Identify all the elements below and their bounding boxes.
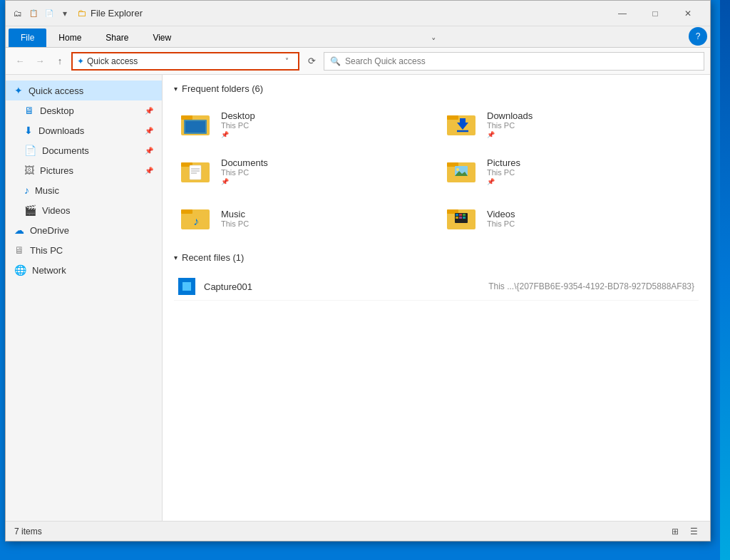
address-dropdown-icon[interactable]: ˅: [279, 52, 294, 71]
folder-videos-thumb: [446, 204, 480, 232]
address-input-wrap[interactable]: ✦ ˅: [71, 52, 299, 71]
sidebar-item-label-videos: Videos: [42, 205, 71, 216]
svg-rect-5: [447, 115, 458, 120]
svg-rect-10: [190, 165, 201, 180]
folder-videos-info: Videos This PC: [487, 209, 693, 228]
search-box[interactable]: 🔍: [324, 52, 704, 71]
up-button[interactable]: ↑: [51, 53, 68, 70]
svg-rect-20: [181, 209, 192, 214]
svg-point-17: [456, 168, 459, 171]
recent-files-header[interactable]: ▾ Recent files (1): [174, 252, 699, 263]
sidebar-item-label-documents: Documents: [42, 145, 89, 156]
sidebar-item-onedrive[interactable]: ☁ OneDrive: [6, 220, 162, 240]
sidebar-item-label-onedrive: OneDrive: [30, 225, 69, 236]
recent-file-item[interactable]: Capture001 This ...\{207FBB6E-9354-4192-…: [174, 273, 699, 301]
item-count: 7 items: [14, 527, 42, 536]
address-bar: ← → ↑ ✦ ˅ ⟳ 🔍: [6, 48, 710, 75]
folder-pictures-pin: 📌: [487, 178, 693, 185]
right-edge-decoration: [720, 0, 730, 560]
pictures-pin-icon: 📌: [145, 167, 153, 175]
folder-documents-pin: 📌: [221, 178, 427, 185]
sidebar-item-label-quick-access: Quick access: [29, 85, 83, 96]
svg-rect-30: [463, 217, 466, 219]
window-title: 🗀 File Explorer: [77, 8, 606, 19]
folder-desktop-thumb: [180, 110, 214, 138]
sidebar-item-network[interactable]: 🌐 Network: [6, 260, 162, 280]
window-title-folder-icon: 🗀: [77, 8, 86, 19]
sidebar-item-documents[interactable]: 📄 Documents 📌: [6, 140, 162, 160]
folder-icon: 🗂: [11, 7, 24, 20]
search-icon: 🔍: [330, 56, 341, 66]
svg-rect-26: [459, 214, 462, 216]
frequent-folders-header[interactable]: ▾ Frequent folders (6): [174, 83, 699, 94]
folder-pictures[interactable]: Pictures This PC 📌: [440, 151, 699, 191]
folder-pictures-sub: This PC: [487, 168, 693, 177]
svg-rect-32: [182, 282, 191, 291]
recent-file-icon: [178, 278, 195, 295]
folder-documents-info: Documents This PC 📌: [221, 157, 427, 185]
tab-share[interactable]: Share: [93, 28, 140, 47]
close-button[interactable]: ✕: [672, 1, 704, 26]
new-folder-icon: 📋: [27, 7, 40, 20]
ribbon-tabs: File Home Share View ˅ ?: [6, 26, 710, 48]
folder-videos-name: Videos: [487, 209, 693, 219]
sidebar-item-downloads[interactable]: ⬇ Downloads 📌: [6, 120, 162, 140]
list-view-icon[interactable]: ☰: [686, 524, 701, 539]
folder-downloads-info: Downloads This PC 📌: [487, 110, 693, 138]
folder-desktop-pin: 📌: [221, 131, 427, 138]
folders-grid: Desktop This PC 📌: [174, 104, 699, 238]
svg-text:♪: ♪: [193, 215, 199, 227]
maximize-button[interactable]: □: [639, 1, 672, 26]
ribbon-chevron[interactable]: ˅: [431, 36, 441, 47]
customize-icon: ▾: [58, 7, 71, 20]
pictures-icon: 🖼: [24, 165, 34, 176]
downloads-icon: ⬇: [24, 125, 33, 136]
folder-music-name: Music: [221, 209, 427, 219]
search-input[interactable]: [345, 56, 698, 66]
folder-pictures-name: Pictures: [487, 157, 693, 168]
sidebar-item-music[interactable]: ♪ Music: [6, 180, 162, 200]
folder-documents-sub: This PC: [221, 168, 427, 177]
sidebar-item-label-music: Music: [35, 185, 59, 196]
music-icon: ♪: [24, 185, 29, 196]
sidebar-item-pictures[interactable]: 🖼 Pictures 📌: [6, 160, 162, 180]
folder-desktop-name: Desktop: [221, 110, 427, 121]
folder-pictures-info: Pictures This PC 📌: [487, 157, 693, 185]
sidebar-item-label-pictures: Pictures: [40, 165, 73, 176]
address-input[interactable]: [87, 56, 277, 66]
forward-button[interactable]: →: [31, 53, 48, 70]
folder-downloads[interactable]: Downloads This PC 📌: [440, 104, 699, 144]
help-button[interactable]: ?: [689, 27, 707, 46]
folder-videos[interactable]: Videos This PC: [440, 198, 699, 238]
folder-documents[interactable]: Documents This PC 📌: [174, 151, 433, 191]
folder-downloads-name: Downloads: [487, 110, 693, 121]
desktop-icon: 🖥: [24, 105, 34, 116]
sidebar-item-videos[interactable]: 🎬 Videos: [6, 200, 162, 220]
sidebar-item-quick-access[interactable]: ✦ Quick access: [6, 81, 162, 100]
refresh-button[interactable]: ⟳: [302, 52, 321, 71]
tab-file[interactable]: File: [9, 28, 46, 47]
content-area: ▾ Frequent folders (6): [163, 75, 710, 521]
address-star-icon: ✦: [77, 56, 84, 66]
folder-desktop[interactable]: Desktop This PC 📌: [174, 104, 433, 144]
sidebar-item-label-desktop: Desktop: [40, 105, 74, 116]
grid-view-icon[interactable]: ⊞: [667, 524, 683, 539]
folder-music[interactable]: ♪ Music This PC: [174, 198, 433, 238]
recent-file-path: This ...\{207FBB6E-9354-4192-BD78-927D58…: [488, 281, 694, 291]
folder-music-info: Music This PC: [221, 209, 427, 228]
view-toggle-icons: ⊞ ☰: [667, 524, 701, 539]
recent-files-title: Recent files (1): [182, 252, 244, 263]
copy-icon: 📄: [43, 7, 56, 20]
sidebar-item-desktop[interactable]: 🖥 Desktop 📌: [6, 100, 162, 120]
folder-downloads-pin: 📌: [487, 131, 693, 138]
tab-view[interactable]: View: [140, 28, 183, 47]
svg-rect-25: [456, 214, 458, 216]
sidebar-item-this-pc[interactable]: 🖥 This PC: [6, 240, 162, 260]
minimize-button[interactable]: —: [606, 1, 639, 26]
back-button[interactable]: ←: [11, 53, 29, 70]
title-bar-quick-access-icons: 🗂 📋 📄 ▾: [11, 7, 71, 20]
svg-rect-1: [181, 115, 192, 120]
tab-home[interactable]: Home: [46, 28, 93, 47]
folder-downloads-thumb: [446, 110, 480, 138]
svg-rect-27: [463, 214, 466, 216]
